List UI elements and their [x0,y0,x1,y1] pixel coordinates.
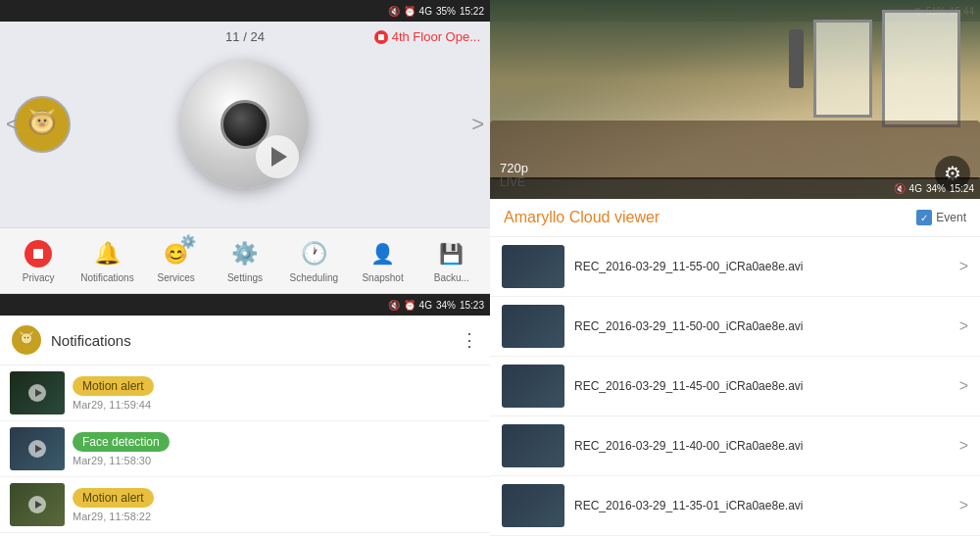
rec-arrow-1: > [959,258,968,275]
privacy-label: Privacy [23,272,55,283]
cloud-viewer-header: Amaryllo Cloud viewer ✓ Event [490,199,980,237]
list-item[interactable]: REC_2016-03-29_11-55-00_iCRa0ae8e.avi > [490,237,980,297]
battery-text: 35% [436,6,456,17]
toolbar-notifications[interactable]: 🔔 Notifications [79,238,134,283]
mute-icon: 🔇 [388,6,400,17]
face-detection-tag: Face detection [73,432,170,452]
cloud-viewer: Amaryllo Cloud viewer ✓ Event REC_2016-0… [490,199,980,536]
camera-view: 11 / 24 4th Floor Ope... [0,22,490,227]
notif-content-3: Motion alert Mar29, 11:58:22 [73,488,480,522]
signal-right: 4G [909,183,922,194]
notifications-list: Motion alert Mar29, 11:59:44 Face detect… [0,365,490,536]
notif-content-1: Motion alert Mar29, 11:59:44 [73,376,480,411]
room-window-left [813,20,872,118]
list-item[interactable]: REC_2016-03-29_11-50-00_iCRa0ae8e.avi > [490,297,980,357]
rec-name-2: REC_2016-03-29_11-50-00_iCRa0ae8e.avi [574,319,950,333]
alarm-icon-bottom: ⏰ [404,300,416,311]
rec-name-1: REC_2016-03-29_11-55-00_iCRa0ae8e.avi [574,260,950,273]
list-item[interactable]: REC_2016-03-29_11-45-00_iCRa0ae8e.avi > [490,357,980,416]
battery-right: 34% [926,183,946,194]
notif-thumb-3 [10,483,65,526]
settings-icon: ⚙️ [229,238,261,269]
event-label: Event [936,211,966,224]
notifications-menu-button[interactable]: ⋮ [461,329,478,351]
brand-logo [14,96,71,153]
toolbar-scheduling[interactable]: 🕐 Scheduling [286,238,341,283]
list-item[interactable]: REC_2016-03-29_11-40-00_iCRa0ae8e.avi > [490,416,980,476]
signal-bottom: 4G [419,300,432,311]
rec-name-4: REC_2016-03-29_11-40-00_iCRa0ae8e.avi [574,439,950,453]
toolbar-settings[interactable]: ⚙️ Settings [218,238,272,283]
notif-time-2: Mar29, 11:58:30 [73,455,480,466]
notif-thumb-1 [10,371,65,414]
list-item[interactable]: Motion alert Mar29, 11:58:22 [0,477,490,533]
right-panel: ⚙ 51% 15:44 720p LIVE ⚙ 🔇 4G 34% 15:24 A… [490,0,980,536]
notif-time-3: Mar29, 11:58:22 [73,511,480,522]
rec-arrow-2: > [959,317,968,335]
mute-right: 🔇 [894,183,906,194]
room-window-right [882,10,960,127]
status-bar-top-left: 🔇 ⏰ 4G 35% 15:22 [0,0,490,22]
camera-name: 4th Floor Ope... [392,29,480,44]
svg-point-11 [24,337,26,339]
services-label: Services [158,272,195,283]
mute-icon-bottom: 🔇 [388,300,400,311]
event-checkbox: ✓ [916,210,932,225]
schedule-icon: 🕐 [298,238,329,269]
scheduling-label: Scheduling [290,272,338,283]
notif-time-1: Mar29, 11:59:44 [73,399,480,411]
event-filter-button[interactable]: ✓ Event [916,210,966,225]
toolbar-snapshot[interactable]: 👤 Snapshot [356,238,411,283]
notifications-panel: Notifications ⋮ Motion alert Mar29, 11:5… [0,316,490,536]
camera-counter: 11 / 24 [225,29,265,44]
notifications-header: Notifications ⋮ [0,316,490,365]
resolution-text: 720p [500,161,528,175]
snapshot-label: Snapshot [362,272,403,283]
notifications-title: Notifications [51,332,451,349]
thumb-play-icon [28,384,46,402]
live-view: ⚙ 51% 15:44 720p LIVE ⚙ 🔇 4G 34% 15:24 [490,0,980,199]
notif-logo [12,325,41,355]
privacy-icon [23,238,54,269]
notif-content-2: Face detection Mar29, 11:58:30 [73,432,480,466]
rec-thumb-2 [502,305,564,348]
time-right-bottom: 15:24 [950,183,974,194]
svg-point-5 [44,120,47,122]
svg-point-4 [38,120,41,122]
motion-alert-tag: Motion alert [73,488,154,508]
battery-bottom: 34% [436,300,456,311]
svg-point-12 [27,337,29,339]
rec-thumb-4 [502,424,564,467]
toolbar-services[interactable]: 😊 ⚙️ Services [149,238,204,283]
backup-label: Backu... [434,272,469,283]
room-couch [490,121,980,179]
notifications-label: Notifications [80,272,133,283]
camera-play-button[interactable] [256,135,299,178]
backup-icon: 💾 [436,238,467,269]
nav-prev-button[interactable]: < [6,112,19,137]
toolbar-backup[interactable]: 💾 Backu... [424,238,479,283]
stop-icon [374,30,388,44]
camera-title: 4th Floor Ope... [374,29,480,44]
motion-alert-tag: Motion alert [73,376,154,396]
list-item[interactable]: REC_2016-03-29_11-35-01_iCRa0ae8e.avi > [490,476,980,536]
toolbar-privacy[interactable]: Privacy [11,238,66,283]
services-icon: 😊 ⚙️ [161,238,192,269]
status-bar-bottom-right-live: 🔇 4G 34% 15:24 [490,177,980,199]
rec-arrow-5: > [959,497,968,514]
alarm-icon: ⏰ [404,6,416,17]
settings-label: Settings [227,272,263,283]
cloud-viewer-title: Amaryllo Cloud viewer [504,209,916,226]
recording-list: REC_2016-03-29_11-55-00_iCRa0ae8e.avi > … [490,237,980,536]
list-item[interactable]: Face detection Mar29, 11:58:30 [0,421,490,477]
time-left-bottom: 15:23 [460,300,484,311]
camera-device [181,61,309,188]
rec-arrow-4: > [959,437,968,455]
time-left-top: 15:22 [460,6,484,17]
nav-next-button[interactable]: > [471,112,484,137]
list-item[interactable]: Motion alert Mar29, 11:59:44 [0,365,490,421]
left-panel: 🔇 ⏰ 4G 35% 15:22 11 / 24 4th Floor Ope..… [0,0,490,536]
svg-point-6 [39,122,45,126]
rec-thumb-5 [502,484,564,527]
rec-name-5: REC_2016-03-29_11-35-01_iCRa0ae8e.avi [574,499,950,512]
